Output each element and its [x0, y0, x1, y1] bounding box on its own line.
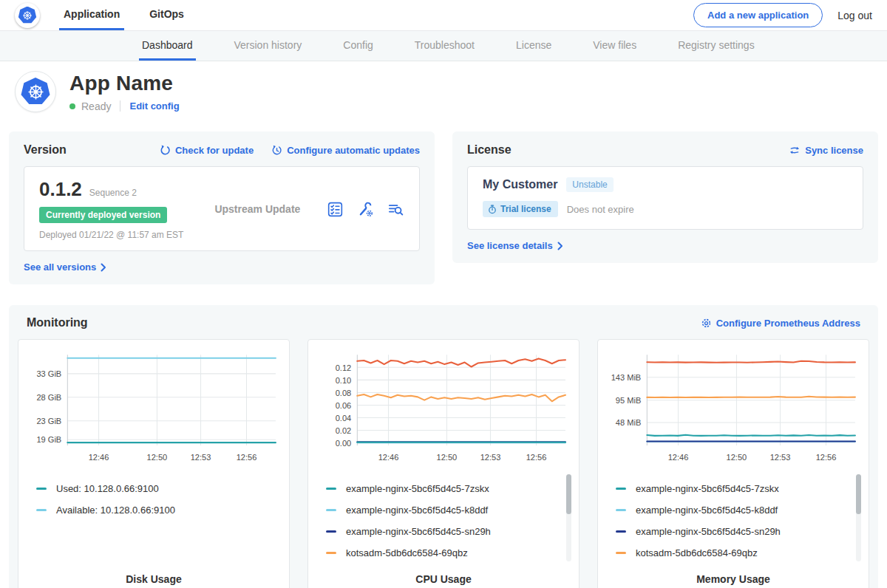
disk-usage-legend: Used: 10.128.0.66:9100Available: 10.128.…: [26, 473, 282, 567]
license-expiration: Does not expire: [567, 204, 634, 215]
svg-text:0.04: 0.04: [336, 413, 352, 422]
tab-application[interactable]: Application: [59, 0, 124, 30]
refresh-icon: [160, 145, 171, 156]
see-license-details-link[interactable]: See license details: [467, 240, 563, 251]
legend-item: example-nginx-5bc6f5d4c5-7zskx: [616, 483, 851, 494]
sync-arrows-icon: [789, 145, 801, 156]
monitoring-heading: Monitoring: [27, 316, 88, 329]
version-heading: Version: [24, 143, 67, 157]
tab-config[interactable]: Config: [340, 31, 375, 61]
ship-wheel-icon: [21, 10, 33, 21]
svg-text:12:53: 12:53: [480, 453, 501, 462]
configure-prometheus-link[interactable]: Configure Prometheus Address: [701, 318, 860, 329]
svg-text:12:53: 12:53: [770, 453, 791, 462]
legend-label: kotsadm-5db6dc6584-69qbz: [636, 547, 758, 558]
svg-text:12:50: 12:50: [147, 453, 168, 462]
legend-label: Used: 10.128.0.66:9100: [56, 483, 159, 494]
svg-text:12:50: 12:50: [727, 453, 747, 462]
channel-badge: Unstable: [566, 177, 613, 192]
legend-label: kotsadm-5db6dc6584-69qbz: [346, 547, 468, 558]
add-application-button[interactable]: Add a new application: [693, 3, 823, 27]
svg-text:12:56: 12:56: [526, 453, 547, 462]
chevron-right-icon: [101, 263, 106, 272]
ship-wheel-icon: [26, 82, 46, 102]
legend-swatch: [326, 552, 336, 554]
legend-item: kotsadm-5db6dc6584-69qbz: [326, 547, 561, 558]
preflight-checks-icon[interactable]: [327, 201, 344, 218]
legend-label: example-nginx-5bc6f5d4c5-k8ddf: [636, 505, 778, 516]
tab-view-files[interactable]: View files: [590, 31, 639, 61]
legend-item: kotsadm-5db6dc6584-69qbz: [616, 547, 851, 558]
legend-scrollbar[interactable]: [566, 474, 571, 561]
legend-label: example-nginx-5bc6f5d4c5-k8ddf: [346, 505, 488, 516]
scrollbar-thumb[interactable]: [566, 474, 571, 514]
sync-license-link[interactable]: Sync license: [789, 145, 863, 156]
chevron-right-icon: [557, 242, 563, 250]
legend-swatch: [616, 488, 626, 490]
customer-name: My Customer: [483, 178, 557, 191]
disk-usage-chart: 12:4612:5012:5312:5633 GiB28 GiB23 GiB19…: [26, 349, 282, 465]
svg-text:0.06: 0.06: [336, 400, 352, 409]
tab-version-history[interactable]: Version history: [231, 31, 305, 61]
stopwatch-icon: [488, 205, 497, 214]
status-text: Ready: [81, 100, 111, 112]
trial-license-badge: Trial license: [483, 201, 558, 217]
logout-link[interactable]: Log out: [837, 10, 872, 21]
check-for-update-link[interactable]: Check for update: [160, 145, 254, 156]
legend-item: Used: 10.128.0.66:9100: [36, 483, 271, 494]
schedule-update-icon: [271, 145, 282, 156]
svg-text:48 MiB: 48 MiB: [616, 418, 641, 427]
legend-swatch: [616, 530, 626, 533]
app-header: App Name Ready Edit config: [0, 61, 887, 123]
tab-registry-settings[interactable]: Registry settings: [675, 31, 757, 61]
current-version-panel: 0.1.2 Sequence 2 Currently deployed vers…: [24, 166, 420, 251]
top-nav: Application GitOps Add a new application…: [0, 0, 887, 31]
scrollbar-thumb[interactable]: [856, 474, 861, 514]
page-title: App Name: [69, 72, 180, 95]
app-avatar: [15, 71, 56, 112]
kubernetes-heptagon: [21, 78, 50, 106]
legend-swatch: [36, 488, 47, 490]
svg-text:12:50: 12:50: [437, 453, 458, 462]
legend-swatch: [616, 509, 626, 511]
svg-text:12:46: 12:46: [668, 453, 689, 462]
legend-swatch: [326, 530, 336, 533]
config-wrench-icon[interactable]: [357, 201, 374, 218]
legend-scrollbar[interactable]: [856, 474, 861, 561]
tab-troubleshoot[interactable]: Troubleshoot: [412, 31, 478, 61]
svg-text:33 GiB: 33 GiB: [36, 369, 61, 378]
svg-text:0.02: 0.02: [336, 426, 352, 435]
see-license-details-label: See license details: [467, 240, 553, 251]
svg-text:0.10: 0.10: [336, 375, 352, 384]
svg-text:95 MiB: 95 MiB: [616, 396, 641, 405]
tab-gitops[interactable]: GitOps: [145, 0, 188, 30]
chart-title: Memory Usage: [605, 573, 861, 585]
legend-swatch: [36, 509, 47, 511]
legend-item: example-nginx-5bc6f5d4c5-sn29h: [616, 526, 851, 537]
license-heading: License: [467, 143, 512, 157]
monitoring-section: Monitoring Configure Prometheus Address …: [9, 305, 878, 588]
topnav-tabs: Application GitOps: [59, 0, 209, 30]
legend-item: example-nginx-5bc6f5d4c5-sn29h: [326, 526, 561, 537]
edit-config-link[interactable]: Edit config: [129, 100, 179, 112]
check-for-update-label: Check for update: [175, 145, 254, 156]
version-sequence: Sequence 2: [89, 188, 137, 198]
configure-automatic-updates-link[interactable]: Configure automatic updates: [271, 145, 420, 156]
configure-automatic-updates-label: Configure automatic updates: [287, 145, 420, 156]
svg-text:143 MiB: 143 MiB: [611, 373, 642, 382]
deploy-logs-icon[interactable]: [387, 201, 404, 218]
memory-usage-chart: 12:4612:5012:5312:56143 MiB95 MiB48 MiB: [605, 349, 861, 465]
deployed-badge: Currently deployed version: [39, 207, 167, 223]
svg-text:0.12: 0.12: [336, 363, 352, 372]
svg-text:12:56: 12:56: [816, 453, 837, 462]
tab-dashboard[interactable]: Dashboard: [139, 31, 196, 61]
svg-text:19 GiB: 19 GiB: [36, 435, 61, 444]
disk-usage-card: 12:4612:5012:5312:5633 GiB28 GiB23 GiB19…: [18, 339, 290, 588]
license-panel: My Customer Unstable Trial license Does …: [467, 166, 863, 230]
see-all-versions-link[interactable]: See all versions: [24, 261, 106, 273]
tab-license[interactable]: License: [513, 31, 554, 61]
cpu-usage-chart: 12:4612:5012:5312:560.120.100.080.060.04…: [316, 349, 571, 465]
kubernetes-logo[interactable]: [15, 3, 40, 28]
status-dot: [69, 103, 75, 109]
cpu-usage-card: 12:4612:5012:5312:560.120.100.080.060.04…: [307, 339, 580, 588]
